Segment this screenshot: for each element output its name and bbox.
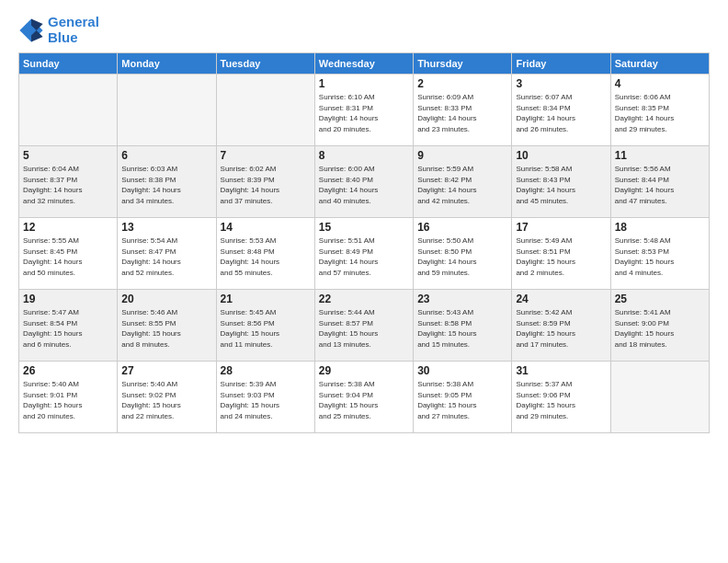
day-info: Sunrise: 5:38 AM Sunset: 9:04 PM Dayligh… xyxy=(319,379,409,421)
day-number: 3 xyxy=(516,77,606,90)
day-number: 29 xyxy=(319,364,409,377)
day-number: 27 xyxy=(121,364,211,377)
calendar-cell: 6Sunrise: 6:03 AM Sunset: 8:38 PM Daylig… xyxy=(118,146,216,218)
day-info: Sunrise: 5:38 AM Sunset: 9:05 PM Dayligh… xyxy=(417,379,507,421)
day-info: Sunrise: 5:46 AM Sunset: 8:55 PM Dayligh… xyxy=(121,307,211,350)
day-info: Sunrise: 5:37 AM Sunset: 9:06 PM Dayligh… xyxy=(516,379,606,421)
day-info: Sunrise: 5:45 AM Sunset: 8:56 PM Dayligh… xyxy=(221,307,311,350)
calendar-cell: 28Sunrise: 5:39 AM Sunset: 9:03 PM Dayli… xyxy=(216,362,314,433)
calendar-header-friday: Friday xyxy=(512,53,610,75)
page: General Blue SundayMondayTuesdayWednesda… xyxy=(0,0,728,563)
day-number: 28 xyxy=(221,364,311,377)
day-info: Sunrise: 6:00 AM Sunset: 8:40 PM Dayligh… xyxy=(319,164,409,206)
day-info: Sunrise: 5:53 AM Sunset: 8:48 PM Dayligh… xyxy=(221,236,311,278)
calendar-cell: 31Sunrise: 5:37 AM Sunset: 9:06 PM Dayli… xyxy=(512,362,610,433)
calendar-cell xyxy=(19,75,118,146)
day-number: 20 xyxy=(121,293,211,305)
calendar-cell: 30Sunrise: 5:38 AM Sunset: 9:05 PM Dayli… xyxy=(414,362,512,433)
day-number: 6 xyxy=(121,149,211,162)
day-info: Sunrise: 5:43 AM Sunset: 8:58 PM Dayligh… xyxy=(417,307,507,350)
calendar-week-row: 12Sunrise: 5:55 AM Sunset: 8:45 PM Dayli… xyxy=(19,218,710,290)
calendar-cell: 4Sunrise: 6:06 AM Sunset: 8:35 PM Daylig… xyxy=(610,75,709,146)
day-number: 16 xyxy=(417,221,507,234)
day-info: Sunrise: 5:50 AM Sunset: 8:50 PM Dayligh… xyxy=(417,236,507,278)
day-info: Sunrise: 5:59 AM Sunset: 8:42 PM Dayligh… xyxy=(417,164,507,206)
day-number: 17 xyxy=(516,221,606,234)
day-info: Sunrise: 5:41 AM Sunset: 9:00 PM Dayligh… xyxy=(615,307,705,350)
calendar-cell: 17Sunrise: 5:49 AM Sunset: 8:51 PM Dayli… xyxy=(512,218,610,290)
day-info: Sunrise: 5:42 AM Sunset: 8:59 PM Dayligh… xyxy=(516,307,606,350)
day-number: 9 xyxy=(417,149,507,162)
calendar-cell: 24Sunrise: 5:42 AM Sunset: 8:59 PM Dayli… xyxy=(512,290,610,362)
day-info: Sunrise: 5:47 AM Sunset: 8:54 PM Dayligh… xyxy=(23,307,113,350)
day-info: Sunrise: 6:03 AM Sunset: 8:38 PM Dayligh… xyxy=(121,164,211,206)
day-number: 8 xyxy=(319,149,409,162)
day-number: 23 xyxy=(417,293,507,305)
calendar-header-saturday: Saturday xyxy=(610,53,709,75)
calendar-week-row: 1Sunrise: 6:10 AM Sunset: 8:31 PM Daylig… xyxy=(19,75,710,146)
day-info: Sunrise: 5:54 AM Sunset: 8:47 PM Dayligh… xyxy=(121,236,211,278)
day-number: 4 xyxy=(615,77,705,90)
calendar-cell: 27Sunrise: 5:40 AM Sunset: 9:02 PM Dayli… xyxy=(118,362,216,433)
calendar-cell: 12Sunrise: 5:55 AM Sunset: 8:45 PM Dayli… xyxy=(19,218,118,290)
logo-icon xyxy=(18,17,44,43)
day-number: 31 xyxy=(516,364,606,377)
calendar-header-monday: Monday xyxy=(118,53,216,75)
calendar-cell: 7Sunrise: 6:02 AM Sunset: 8:39 PM Daylig… xyxy=(216,146,314,218)
day-number: 25 xyxy=(615,293,705,305)
calendar-cell: 20Sunrise: 5:46 AM Sunset: 8:55 PM Dayli… xyxy=(118,290,216,362)
calendar-cell: 11Sunrise: 5:56 AM Sunset: 8:44 PM Dayli… xyxy=(610,146,709,218)
day-info: Sunrise: 5:58 AM Sunset: 8:43 PM Dayligh… xyxy=(516,164,606,206)
calendar-cell: 8Sunrise: 6:00 AM Sunset: 8:40 PM Daylig… xyxy=(314,146,413,218)
day-number: 15 xyxy=(319,221,409,234)
day-number: 26 xyxy=(23,364,113,377)
logo: General Blue xyxy=(18,15,99,45)
day-info: Sunrise: 6:02 AM Sunset: 8:39 PM Dayligh… xyxy=(221,164,311,206)
calendar-cell: 22Sunrise: 5:44 AM Sunset: 8:57 PM Dayli… xyxy=(314,290,413,362)
day-info: Sunrise: 5:44 AM Sunset: 8:57 PM Dayligh… xyxy=(319,307,409,350)
calendar-cell: 13Sunrise: 5:54 AM Sunset: 8:47 PM Dayli… xyxy=(118,218,216,290)
calendar: SundayMondayTuesdayWednesdayThursdayFrid… xyxy=(18,52,710,433)
calendar-week-row: 19Sunrise: 5:47 AM Sunset: 8:54 PM Dayli… xyxy=(19,290,710,362)
day-info: Sunrise: 6:10 AM Sunset: 8:31 PM Dayligh… xyxy=(319,92,409,134)
calendar-header-thursday: Thursday xyxy=(414,53,512,75)
day-number: 21 xyxy=(221,293,311,305)
day-number: 12 xyxy=(23,221,113,234)
calendar-header-wednesday: Wednesday xyxy=(314,53,413,75)
day-info: Sunrise: 6:04 AM Sunset: 8:37 PM Dayligh… xyxy=(23,164,113,206)
day-number: 5 xyxy=(23,149,113,162)
calendar-week-row: 5Sunrise: 6:04 AM Sunset: 8:37 PM Daylig… xyxy=(19,146,710,218)
calendar-cell: 5Sunrise: 6:04 AM Sunset: 8:37 PM Daylig… xyxy=(19,146,118,218)
day-number: 10 xyxy=(516,149,606,162)
day-info: Sunrise: 5:39 AM Sunset: 9:03 PM Dayligh… xyxy=(221,379,311,421)
calendar-cell: 18Sunrise: 5:48 AM Sunset: 8:53 PM Dayli… xyxy=(610,218,709,290)
header: General Blue xyxy=(18,15,710,45)
calendar-cell xyxy=(610,362,709,433)
calendar-cell: 19Sunrise: 5:47 AM Sunset: 8:54 PM Dayli… xyxy=(19,290,118,362)
day-info: Sunrise: 5:48 AM Sunset: 8:53 PM Dayligh… xyxy=(615,236,705,278)
calendar-cell: 10Sunrise: 5:58 AM Sunset: 8:43 PM Dayli… xyxy=(512,146,610,218)
day-number: 1 xyxy=(319,77,409,90)
calendar-cell: 26Sunrise: 5:40 AM Sunset: 9:01 PM Dayli… xyxy=(19,362,118,433)
day-number: 19 xyxy=(23,293,113,305)
calendar-cell: 3Sunrise: 6:07 AM Sunset: 8:34 PM Daylig… xyxy=(512,75,610,146)
calendar-cell: 14Sunrise: 5:53 AM Sunset: 8:48 PM Dayli… xyxy=(216,218,314,290)
calendar-cell: 2Sunrise: 6:09 AM Sunset: 8:33 PM Daylig… xyxy=(414,75,512,146)
day-info: Sunrise: 6:09 AM Sunset: 8:33 PM Dayligh… xyxy=(417,92,507,134)
calendar-cell xyxy=(216,75,314,146)
calendar-cell xyxy=(118,75,216,146)
day-info: Sunrise: 5:51 AM Sunset: 8:49 PM Dayligh… xyxy=(319,236,409,278)
day-number: 13 xyxy=(121,221,211,234)
calendar-cell: 25Sunrise: 5:41 AM Sunset: 9:00 PM Dayli… xyxy=(610,290,709,362)
calendar-cell: 1Sunrise: 6:10 AM Sunset: 8:31 PM Daylig… xyxy=(314,75,413,146)
calendar-header-tuesday: Tuesday xyxy=(216,53,314,75)
calendar-cell: 9Sunrise: 5:59 AM Sunset: 8:42 PM Daylig… xyxy=(414,146,512,218)
day-info: Sunrise: 5:49 AM Sunset: 8:51 PM Dayligh… xyxy=(516,236,606,278)
day-number: 7 xyxy=(221,149,311,162)
calendar-cell: 21Sunrise: 5:45 AM Sunset: 8:56 PM Dayli… xyxy=(216,290,314,362)
calendar-header-sunday: Sunday xyxy=(19,53,118,75)
calendar-cell: 23Sunrise: 5:43 AM Sunset: 8:58 PM Dayli… xyxy=(414,290,512,362)
day-info: Sunrise: 5:55 AM Sunset: 8:45 PM Dayligh… xyxy=(23,236,113,278)
day-number: 30 xyxy=(417,364,507,377)
calendar-cell: 16Sunrise: 5:50 AM Sunset: 8:50 PM Dayli… xyxy=(414,218,512,290)
